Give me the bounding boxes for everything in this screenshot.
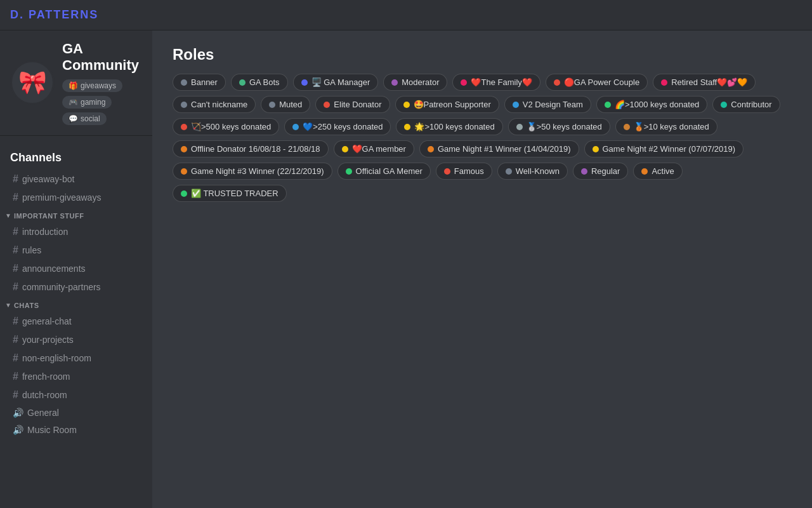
role-badge-22[interactable]: Game Night #2 Winner (07/07/2019) [584,140,744,157]
main-content: Roles Banner GA Bots 🖥️ GA Manager Moder… [152,30,812,508]
role-label-1: GA Bots [249,77,280,87]
channel-item-announcements[interactable]: # announcements [3,260,150,277]
role-dot-27 [581,168,587,175]
role-badge-2[interactable]: 🖥️ GA Manager [293,74,379,91]
server-tag-social[interactable]: 💬social [62,112,107,125]
channel-hash-icon: # [13,173,18,185]
channel-item-music-room[interactable]: 🔊 Music Room [3,422,150,438]
channel-name-label: your-projects [22,335,74,345]
role-badge-16[interactable]: 🌟>100 keys donated [396,118,502,135]
channel-item-introduction[interactable]: # introduction [3,223,150,241]
role-dot-7 [181,102,187,108]
role-badge-24[interactable]: Official GA Memer [337,163,431,180]
role-badge-29[interactable]: ✅ TRUSTED TRADER [173,185,287,202]
role-badge-19[interactable]: Offline Donator 16/08/18 - 21/08/18 [173,140,329,157]
role-badge-13[interactable]: Contributor [712,96,780,113]
role-badge-5[interactable]: 🔴GA Power Couple [546,74,648,91]
role-label-6: Retired Staff❤️💕🧡 [671,77,747,87]
role-label-11: V2 Design Team [523,100,583,109]
role-badge-21[interactable]: Game Night #1 Winner (14/04/2019) [419,140,579,157]
role-badge-7[interactable]: Can't nickname [173,96,256,113]
role-label-29: ✅ TRUSTED TRADER [191,189,278,198]
channel-item-non-english-room[interactable]: # non-english-room [3,349,150,367]
channel-item-rules[interactable]: # rules [3,241,150,259]
role-label-2: 🖥️ GA Manager [311,77,370,87]
channel-item-general-chat[interactable]: # general-chat [3,312,150,330]
channel-category-2[interactable]: ▼ CHATS [0,297,152,312]
role-label-16: 🌟>100 keys donated [414,122,494,131]
role-badge-17[interactable]: 🥈>50 keys donated [508,118,610,135]
channel-item-general[interactable]: 🔊 General [3,404,150,421]
channel-hash-icon: # [13,352,18,364]
role-label-20: ❤️GA member [352,144,406,154]
role-label-5: 🔴GA Power Couple [564,77,639,87]
role-dot-13 [721,102,727,108]
category-arrow-1: ▼ [5,212,11,219]
channel-list: # giveaway-bot # premium-giveaways ▼ IMP… [0,170,152,438]
server-avatar: 🎀 [10,60,55,105]
role-dot-26 [506,168,512,175]
channel-category-1[interactable]: ▼ IMPORTANT STUFF [0,207,152,222]
role-badge-23[interactable]: Game Night #3 Winner (22/12/2019) [173,163,332,180]
channel-item-premium-giveaways[interactable]: # premium-giveaways [3,189,150,206]
role-badge-10[interactable]: 🤩Patreon Supporter [395,96,499,113]
tag-label-giveaways: giveaways [81,81,116,90]
role-label-22: Game Night #2 Winner (07/07/2019) [603,144,736,154]
role-badge-1[interactable]: GA Bots [231,74,288,91]
role-badge-8[interactable]: Muted [261,96,310,113]
channel-name-label: Music Room [27,425,77,435]
role-badge-6[interactable]: Retired Staff❤️💕🧡 [653,74,756,91]
role-label-8: Muted [279,100,302,109]
server-tag-gaming[interactable]: 🎮gaming [62,96,112,109]
role-dot-25 [444,168,450,175]
role-dot-2 [301,79,308,86]
role-badge-26[interactable]: Well-Known [497,163,568,180]
role-label-27: Regular [591,166,620,176]
channel-hash-icon: # [13,316,18,327]
role-label-13: Contributor [731,100,771,109]
channel-item-community-partners[interactable]: # community-partners [3,278,150,296]
channel-name-label: general-chat [22,316,72,326]
role-label-3: Moderator [402,77,439,87]
role-badge-25[interactable]: Famous [436,163,492,180]
roles-grid: Banner GA Bots 🖥️ GA Manager Moderator ❤… [173,74,792,202]
role-dot-3 [391,79,398,86]
role-dot-19 [181,146,187,152]
role-badge-15[interactable]: 💙>250 keys donated [284,118,391,135]
role-badge-28[interactable]: Active [633,163,682,180]
channel-item-dutch-room[interactable]: # dutch-room [3,386,150,404]
role-badge-4[interactable]: ❤️The Family❤️ [452,74,540,91]
channel-hash-icon: # [13,389,18,401]
role-label-15: 💙>250 keys donated [303,122,383,131]
server-tag-giveaways[interactable]: 🎁giveaways [62,79,122,92]
role-badge-20[interactable]: ❤️GA member [334,140,414,157]
role-label-26: Well-Known [516,166,560,176]
role-dot-11 [513,102,519,108]
role-badge-12[interactable]: 🌈>1000 keys donated [596,96,707,113]
channel-hash-icon: # [13,371,18,382]
channel-item-giveaway-bot[interactable]: # giveaway-bot [3,170,150,188]
role-dot-16 [404,124,410,130]
logo: D. PATTERNS [10,8,98,22]
role-badge-27[interactable]: Regular [573,163,629,180]
voice-icon: 🔊 [13,425,23,435]
role-dot-14 [181,124,187,130]
category-name-1: IMPORTANT STUFF [14,212,84,220]
role-badge-18[interactable]: 🥉>10 keys donated [615,118,717,135]
channel-item-french-room[interactable]: # french-room [3,368,150,385]
role-badge-14[interactable]: 🏹>500 keys donated [173,118,279,135]
role-badge-11[interactable]: V2 Design Team [504,96,591,113]
channel-item-your-projects[interactable]: # your-projects [3,331,150,349]
role-badge-3[interactable]: Moderator [383,74,447,91]
sidebar: 🎀 GA Community 🎁giveaways🎮gaming💬social … [0,30,152,508]
role-badge-0[interactable]: Banner [173,74,226,91]
role-dot-21 [428,146,434,152]
channel-name-label: dutch-room [22,390,67,400]
role-label-4: ❤️The Family❤️ [471,77,532,87]
role-badge-9[interactable]: Elite Donator [315,96,390,113]
role-dot-24 [346,168,352,175]
role-label-18: 🥉>10 keys donated [634,122,709,131]
channel-name-label: french-room [22,371,70,382]
role-dot-9 [324,102,330,108]
server-tags: 🎁giveaways🎮gaming💬social [62,79,142,125]
